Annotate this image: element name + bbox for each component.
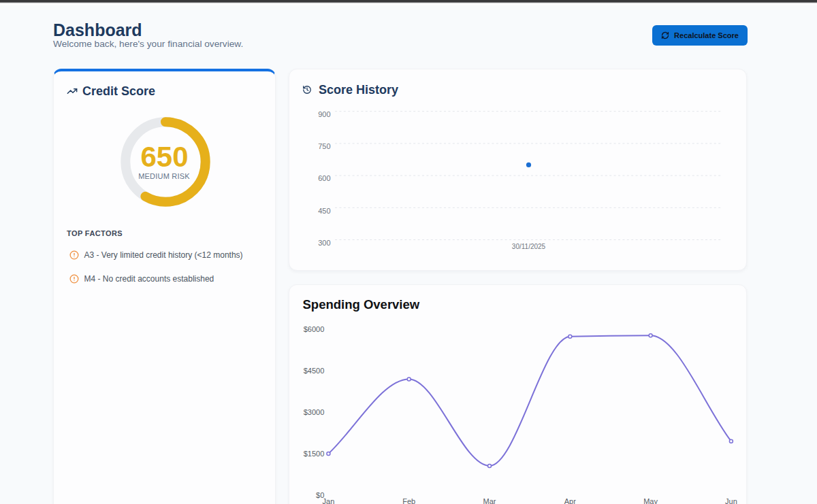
svg-text:May: May bbox=[643, 497, 658, 504]
svg-text:$1500: $1500 bbox=[304, 450, 325, 458]
svg-text:Mar: Mar bbox=[483, 497, 496, 504]
svg-text:$3000: $3000 bbox=[304, 408, 325, 416]
svg-text:$4500: $4500 bbox=[304, 367, 325, 375]
svg-text:600: 600 bbox=[318, 174, 330, 182]
svg-text:450: 450 bbox=[318, 207, 330, 215]
svg-text:Apr: Apr bbox=[564, 497, 576, 504]
svg-text:$6000: $6000 bbox=[304, 325, 325, 333]
svg-text:Jun: Jun bbox=[725, 497, 737, 504]
svg-text:300: 300 bbox=[318, 239, 330, 247]
svg-text:Jan: Jan bbox=[323, 497, 335, 504]
svg-text:900: 900 bbox=[318, 110, 330, 118]
svg-text:Feb: Feb bbox=[402, 497, 415, 504]
svg-text:750: 750 bbox=[318, 142, 330, 150]
svg-text:30/11/2025: 30/11/2025 bbox=[512, 243, 546, 250]
